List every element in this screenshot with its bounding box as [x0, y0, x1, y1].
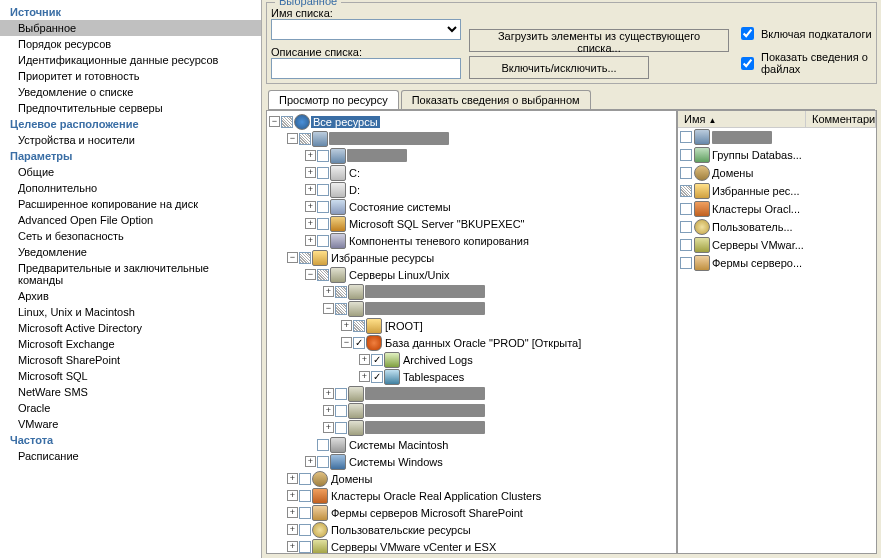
- tree-node[interactable]: +Archived Logs: [359, 351, 674, 368]
- tree-node[interactable]: +: [323, 402, 674, 419]
- nav-item[interactable]: Предварительные и заключительные команды: [0, 260, 261, 288]
- tree-checkbox[interactable]: [299, 541, 311, 553]
- tree-node[interactable]: −Все ресурсы: [269, 113, 674, 130]
- tree-node[interactable]: +Фермы серверов Microsoft SharePoint: [287, 504, 674, 521]
- list-item[interactable]: Кластеры Oracl...: [678, 200, 876, 218]
- list-checkbox[interactable]: [680, 167, 692, 179]
- tree-toggle-icon[interactable]: +: [305, 218, 316, 229]
- tree-label[interactable]: Системы Windows: [347, 456, 445, 468]
- tree-checkbox[interactable]: [299, 524, 311, 536]
- list-name-combo[interactable]: [271, 19, 461, 40]
- tree-label[interactable]: [347, 149, 407, 162]
- tree-label[interactable]: Домены: [329, 473, 374, 485]
- tree-toggle-icon[interactable]: +: [287, 507, 298, 518]
- tree-toggle-icon[interactable]: +: [305, 235, 316, 246]
- tree-checkbox[interactable]: [371, 371, 383, 383]
- tree-label[interactable]: База данных Oracle "PROD" [Открыта]: [383, 337, 583, 349]
- tree-checkbox[interactable]: [317, 269, 329, 281]
- load-from-list-button[interactable]: Загрузить элементы из существующего спис…: [469, 29, 729, 52]
- tree-checkbox[interactable]: [299, 133, 311, 145]
- tree-node[interactable]: +D:: [305, 181, 674, 198]
- tree-toggle-icon[interactable]: +: [287, 473, 298, 484]
- tree-checkbox[interactable]: [281, 116, 293, 128]
- tree-node[interactable]: Системы Macintosh: [305, 436, 674, 453]
- resource-tree[interactable]: −Все ресурсы−++C:+D:+Состояние системы+M…: [266, 110, 677, 554]
- list-checkbox[interactable]: [680, 149, 692, 161]
- tree-checkbox[interactable]: [335, 422, 347, 434]
- nav-item[interactable]: Microsoft SQL: [0, 368, 261, 384]
- tree-node[interactable]: +Компоненты теневого копирования: [305, 232, 674, 249]
- tree-toggle-icon[interactable]: +: [287, 541, 298, 552]
- tree-label[interactable]: D:: [347, 184, 362, 196]
- list-checkbox[interactable]: [680, 239, 692, 251]
- nav-item[interactable]: Расширенное копирование на диск: [0, 196, 261, 212]
- tree-checkbox[interactable]: [317, 167, 329, 179]
- tree-label[interactable]: [365, 285, 485, 298]
- nav-item[interactable]: Порядок ресурсов: [0, 36, 261, 52]
- tree-checkbox[interactable]: [317, 150, 329, 162]
- list-checkbox[interactable]: [680, 257, 692, 269]
- tree-toggle-icon[interactable]: +: [305, 456, 316, 467]
- tree-checkbox[interactable]: [353, 320, 365, 332]
- tree-toggle-icon[interactable]: +: [341, 320, 352, 331]
- nav-item[interactable]: Дополнительно: [0, 180, 261, 196]
- tree-toggle-icon[interactable]: −: [305, 269, 316, 280]
- tree-node[interactable]: +Системы Windows: [305, 453, 674, 470]
- tree-label[interactable]: Системы Macintosh: [347, 439, 450, 451]
- nav-item[interactable]: NetWare SMS: [0, 384, 261, 400]
- list-item[interactable]: Серверы VMwar...: [678, 236, 876, 254]
- tree-toggle-icon[interactable]: −: [287, 133, 298, 144]
- nav-item[interactable]: VMware: [0, 416, 261, 432]
- tree-node[interactable]: −: [287, 130, 674, 147]
- tree-toggle-icon[interactable]: +: [305, 184, 316, 195]
- tree-label[interactable]: [365, 404, 485, 417]
- tree-node[interactable]: +Состояние системы: [305, 198, 674, 215]
- tree-label[interactable]: [329, 132, 449, 145]
- tree-node[interactable]: +: [323, 419, 674, 436]
- nav-item[interactable]: Сеть и безопасность: [0, 228, 261, 244]
- nav-item[interactable]: Microsoft SharePoint: [0, 352, 261, 368]
- desc-input[interactable]: [271, 58, 461, 79]
- tree-toggle-icon[interactable]: +: [359, 354, 370, 365]
- tree-node[interactable]: +Серверы VMware vCenter и ESX: [287, 538, 674, 554]
- list-checkbox[interactable]: [680, 185, 692, 197]
- tree-checkbox[interactable]: [299, 490, 311, 502]
- tree-label[interactable]: Компоненты теневого копирования: [347, 235, 531, 247]
- tree-label[interactable]: [365, 421, 485, 434]
- list-checkbox[interactable]: [680, 221, 692, 233]
- tree-checkbox[interactable]: [353, 337, 365, 349]
- tree-checkbox[interactable]: [317, 235, 329, 247]
- list-item[interactable]: Домены: [678, 164, 876, 182]
- tree-node[interactable]: +C:: [305, 164, 674, 181]
- tree-node[interactable]: −Серверы Linux/Unix: [305, 266, 674, 283]
- tree-checkbox[interactable]: [335, 388, 347, 400]
- show-file-info-checkbox[interactable]: Показать сведения о файлах: [737, 51, 872, 75]
- tree-checkbox[interactable]: [317, 218, 329, 230]
- list-checkbox[interactable]: [680, 131, 692, 143]
- tree-node[interactable]: +Кластеры Oracle Real Application Cluste…: [287, 487, 674, 504]
- tree-label[interactable]: Archived Logs: [401, 354, 475, 366]
- tree-toggle-icon[interactable]: +: [305, 201, 316, 212]
- nav-item[interactable]: Расписание: [0, 448, 261, 464]
- list-item[interactable]: [678, 128, 876, 146]
- tree-checkbox[interactable]: [299, 252, 311, 264]
- tree-checkbox[interactable]: [335, 405, 347, 417]
- list-item[interactable]: Группы Databas...: [678, 146, 876, 164]
- tree-node[interactable]: +Пользовательские ресурсы: [287, 521, 674, 538]
- tree-node[interactable]: +Microsoft SQL Server "BKUPEXEC": [305, 215, 674, 232]
- tree-toggle-icon[interactable]: +: [287, 490, 298, 501]
- include-subdirs-checkbox[interactable]: Включая подкаталоги: [737, 24, 872, 43]
- tree-toggle-icon[interactable]: +: [305, 150, 316, 161]
- tree-toggle-icon[interactable]: −: [323, 303, 334, 314]
- tree-checkbox[interactable]: [299, 507, 311, 519]
- tree-label[interactable]: C:: [347, 167, 362, 179]
- tree-node[interactable]: −База данных Oracle "PROD" [Открыта]: [341, 334, 674, 351]
- col-name[interactable]: Имя ▲: [678, 111, 806, 127]
- tree-label[interactable]: Кластеры Oracle Real Application Cluster…: [329, 490, 543, 502]
- tree-label[interactable]: Избранные ресурсы: [329, 252, 436, 264]
- nav-item[interactable]: Microsoft Active Directory: [0, 320, 261, 336]
- nav-item[interactable]: Microsoft Exchange: [0, 336, 261, 352]
- tree-node[interactable]: −: [323, 300, 674, 317]
- tree-toggle-icon[interactable]: −: [269, 116, 280, 127]
- list-item[interactable]: Фермы серверо...: [678, 254, 876, 272]
